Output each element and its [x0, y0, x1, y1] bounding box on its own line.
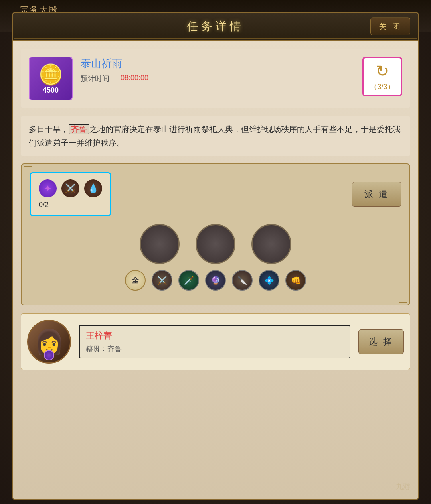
- selected-slots: ✦ ⚔️ 💧 0/2: [30, 172, 111, 216]
- filter-water-icon: 💠: [264, 276, 274, 285]
- main-panel: 任务详情 关 闭 🪙 4500 泰山祈雨 预计时间： 08:00:00 ↻ （3…: [12, 12, 419, 500]
- filter-tab-water[interactable]: 💠: [259, 270, 279, 291]
- task-info-section: 🪙 4500 泰山祈雨 预计时间： 08:00:00 ↻ （3/3）: [21, 49, 410, 108]
- character-info: 王梓菁 籍贯：齐鲁: [79, 325, 350, 358]
- filter-tab-sword[interactable]: ⚔️: [152, 270, 172, 291]
- weapon1-slot: ⚔️: [61, 179, 79, 197]
- panel-header: 任务详情 关 闭: [13, 13, 418, 41]
- slot-count: 0/2: [39, 201, 49, 209]
- close-button[interactable]: 关 闭: [370, 18, 410, 35]
- origin-value: 齐鲁: [107, 345, 122, 353]
- task-time-value: 08:00:00: [121, 74, 148, 83]
- dispatch-button[interactable]: 派 遣: [352, 182, 401, 207]
- assignment-inner: ✦ ⚔️ 💧 0/2 派 遣: [30, 172, 401, 216]
- coin-icon: 🪙: [38, 63, 63, 86]
- empty-slots: [30, 224, 401, 264]
- weapon1-icon: ⚔️: [65, 183, 76, 194]
- filter-tab-blade[interactable]: 🗡️: [178, 270, 199, 291]
- weapon2-icon: 💧: [88, 183, 99, 194]
- content-area: 🪙 4500 泰山祈雨 预计时间： 08:00:00 ↻ （3/3） 多日干旱，…: [13, 41, 418, 378]
- filter-tabs: 全 ⚔️ 🗡️ 🔮 🔪 💠 👊: [30, 270, 401, 291]
- filter-fist-icon: 👊: [291, 276, 301, 285]
- task-text: 泰山祈雨 预计时间： 08:00:00: [81, 57, 354, 83]
- filter-tab-fist[interactable]: 👊: [285, 270, 306, 291]
- task-name: 泰山祈雨: [81, 57, 354, 71]
- coin-count: 4500: [43, 86, 59, 94]
- assignment-section: ✦ ⚔️ 💧 0/2 派 遣: [21, 163, 410, 305]
- origin-label: 籍贯：: [86, 345, 107, 353]
- slot-icons: ✦ ⚔️ 💧: [39, 179, 102, 197]
- refresh-button[interactable]: ↻ （3/3）: [362, 57, 402, 96]
- character-section: 👩 王梓菁 籍贯：齐鲁 选 择: [21, 313, 410, 370]
- empty-slot-2: [196, 224, 235, 264]
- refresh-count: （3/3）: [370, 82, 394, 91]
- empty-slot-3: [251, 224, 291, 264]
- description-section: 多日干旱，齐鲁之地的官府决定在泰山进行祈雨祭祀大典，但维护现场秩序的人手有些不足…: [21, 116, 410, 156]
- panel-title: 任务详情: [187, 19, 244, 34]
- filter-knife-icon: 🔪: [237, 276, 247, 285]
- refresh-icon: ↻: [376, 62, 389, 80]
- filter-tab-knife[interactable]: 🔪: [232, 270, 253, 291]
- empty-slot-1: [140, 224, 180, 264]
- select-button[interactable]: 选 择: [358, 329, 404, 354]
- filter-tab-all[interactable]: 全: [125, 270, 146, 291]
- desc-text-before: 多日干旱，: [29, 125, 69, 134]
- task-time-label: 预计时间：: [81, 74, 117, 83]
- filter-blade-icon: 🗡️: [184, 276, 194, 285]
- filter-magic-icon: 🔮: [211, 276, 221, 285]
- task-time: 预计时间： 08:00:00: [81, 74, 354, 83]
- character-name: 王梓菁: [86, 330, 344, 342]
- rank-badge: [44, 350, 54, 360]
- character-avatar: 👩: [27, 320, 71, 364]
- filter-sword-icon: ⚔️: [157, 276, 167, 285]
- character-origin: 籍贯：齐鲁: [86, 344, 344, 354]
- filter-all-label: 全: [132, 276, 139, 285]
- weapon2-slot: 💧: [84, 179, 102, 197]
- task-icon: 🪙 4500: [29, 57, 73, 100]
- star-icon: ✦: [44, 183, 52, 194]
- star-slot: ✦: [39, 179, 57, 197]
- watermark: 九游: [396, 482, 410, 491]
- desc-highlight: 齐鲁: [69, 124, 89, 134]
- filter-tab-magic[interactable]: 🔮: [205, 270, 226, 291]
